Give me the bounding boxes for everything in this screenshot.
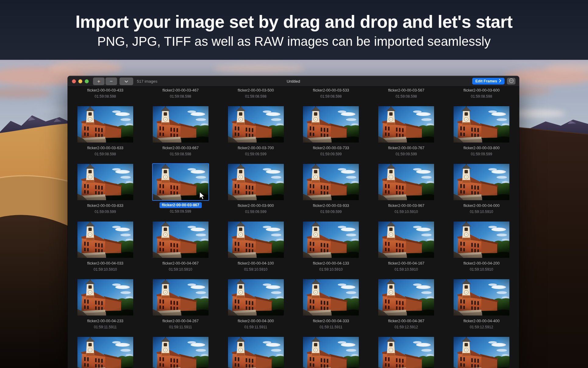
image-filename: flicker2-00-00-03-833 <box>87 203 123 208</box>
image-filename: flicker2-00-00-03-467 <box>162 88 199 93</box>
minimize-button[interactable] <box>78 79 82 83</box>
thumbnail-image[interactable] <box>454 164 509 200</box>
image-filename: flicker2-00-00-04-333 <box>313 319 349 324</box>
image-cell[interactable]: flicker2-00-00-03-433 01:59:08.598 <box>77 87 133 106</box>
image-cell[interactable]: flicker2-00-00-03-833 01:59:09.599 <box>77 164 133 222</box>
zoom-button[interactable] <box>85 79 89 83</box>
image-filename: flicker2-00-00-03-567 <box>388 88 424 93</box>
image-cell[interactable]: flicker2-00-00-03-800 01:59:09.599 <box>454 106 509 164</box>
thumbnail-image[interactable] <box>378 222 434 258</box>
thumbnail-image[interactable] <box>153 279 208 316</box>
thumbnail-image[interactable] <box>153 337 208 368</box>
thumbnail-image[interactable] <box>378 106 434 143</box>
image-cell[interactable]: flicker2-00-00-03-600 01:59:08.598 <box>454 87 509 106</box>
titlebar[interactable]: + − 517 images Untitled Edit Frames <box>68 76 519 87</box>
image-cell[interactable]: flicker2-00-00-04-000 01:59:10.5910 <box>454 164 509 222</box>
image-cell[interactable]: flicker2-00-00-04-300 01:59:11.5911 <box>228 279 284 337</box>
image-cell[interactable]: flicker2-00-00-04-400 01:59:12.5912 <box>454 279 509 337</box>
image-timestamp: 01:59:10.5910 <box>470 210 493 214</box>
image-filename: flicker2-00-00-03-733 <box>313 146 349 151</box>
image-timestamp: 01:59:09.599 <box>245 210 266 214</box>
remove-images-button[interactable]: − <box>105 78 117 85</box>
thumbnail-image[interactable] <box>228 279 284 316</box>
image-cell[interactable]: flicker2-00-00-03-633 01:59:08.598 <box>77 106 133 164</box>
thumbnail-image[interactable] <box>303 222 359 258</box>
thumbnail-image[interactable] <box>378 279 434 316</box>
image-cell[interactable]: flicker2-00-00-03-567 01:59:08.598 <box>378 87 434 106</box>
image-cell[interactable] <box>228 337 284 368</box>
thumbnail-image[interactable] <box>454 106 509 143</box>
image-timestamp: 01:59:12.5912 <box>394 325 418 329</box>
image-cell[interactable]: flicker2-00-00-03-533 01:59:08.598 <box>303 87 359 106</box>
image-cell[interactable]: flicker2-00-00-03-900 01:59:09.599 <box>228 164 284 222</box>
image-filename: flicker2-00-00-04-400 <box>463 319 500 324</box>
more-options-button[interactable] <box>507 78 515 85</box>
image-cell[interactable]: flicker2-00-00-04-233 01:59:11.5911 <box>77 279 133 337</box>
image-cell[interactable]: flicker2-00-00-03-700 01:59:09.599 <box>228 106 284 164</box>
thumbnail-image[interactable] <box>228 164 284 200</box>
image-cell[interactable]: flicker2-00-00-03-733 01:59:09.599 <box>303 106 359 164</box>
thumbnail-image[interactable] <box>153 106 208 143</box>
image-timestamp: 01:59:12.5912 <box>470 325 493 329</box>
thumbnail-image[interactable] <box>228 337 284 368</box>
thumbnail-image[interactable] <box>303 279 359 316</box>
image-cell[interactable] <box>454 337 509 368</box>
image-cell[interactable]: flicker2-00-00-04-367 01:59:12.5912 <box>378 279 434 337</box>
image-cell[interactable]: flicker2-00-00-04-200 01:59:10.5910 <box>454 222 509 279</box>
image-timestamp: 01:59:08.598 <box>320 94 342 99</box>
view-options-button[interactable] <box>119 78 133 85</box>
image-cell[interactable]: flicker2-00-00-04-033 01:59:10.5910 <box>77 222 133 279</box>
add-images-button[interactable]: + <box>93 78 105 85</box>
image-cell[interactable]: flicker2-00-00-04-167 01:59:10.5910 <box>378 222 434 279</box>
thumbnail-image[interactable] <box>77 106 133 143</box>
image-filename: flicker2-00-00-04-233 <box>87 319 123 324</box>
image-timestamp: 01:59:10.5910 <box>470 267 493 272</box>
image-cell[interactable]: flicker2-00-00-03-500 01:59:08.598 <box>228 87 284 106</box>
thumbnail-image[interactable] <box>303 337 359 368</box>
image-cell[interactable]: flicker2-00-00-04-067 01:59:10.5910 <box>153 222 208 279</box>
image-cell[interactable]: flicker2-00-00-03-933 01:59:09.599 <box>303 164 359 222</box>
thumbnail-image[interactable] <box>378 164 434 200</box>
chevron-right-icon <box>499 79 501 83</box>
close-button[interactable] <box>72 79 76 83</box>
thumbnail-image[interactable] <box>303 164 359 200</box>
chevron-down-icon <box>124 79 128 84</box>
image-cell[interactable]: flicker2-00-00-04-100 01:59:10.5910 <box>228 222 284 279</box>
thumbnail-image[interactable] <box>77 279 133 316</box>
thumbnail-image[interactable] <box>303 106 359 143</box>
thumbnail-image[interactable] <box>454 337 509 368</box>
image-timestamp: 01:59:11.5911 <box>169 325 192 329</box>
thumbnail-image[interactable] <box>454 279 509 316</box>
thumbnail-image[interactable] <box>228 222 284 258</box>
image-cell[interactable]: flicker2-00-00-03-467 01:59:08.598 <box>153 87 208 106</box>
image-filename: flicker2-00-00-04-067 <box>162 261 199 266</box>
image-cell[interactable]: flicker2-00-00-03-667 01:59:08.598 <box>153 106 208 164</box>
thumbnail-image[interactable] <box>77 222 133 258</box>
edit-frames-button[interactable]: Edit Frames <box>472 78 504 85</box>
image-cell[interactable]: flicker2-00-00-03-967 01:59:10.5910 <box>378 164 434 222</box>
image-filename: flicker2-00-00-03-867 <box>159 202 202 208</box>
thumbnail-image[interactable] <box>454 222 509 258</box>
thumbnail-image[interactable] <box>153 222 208 258</box>
image-filename: flicker2-00-00-03-500 <box>238 88 274 93</box>
image-timestamp: 01:59:09.599 <box>320 152 342 156</box>
image-cell[interactable] <box>153 337 208 368</box>
app-window: + − 517 images Untitled Edit Frames <box>68 76 519 368</box>
image-cell[interactable] <box>378 337 434 368</box>
image-cell[interactable] <box>303 337 359 368</box>
image-grid-viewport[interactable]: flicker2-00-00-03-433 01:59:08.598 <box>68 87 519 368</box>
thumbnail-image[interactable] <box>228 106 284 143</box>
thumbnail-image[interactable] <box>77 164 133 200</box>
image-cell[interactable] <box>77 337 133 368</box>
thumbnail-image[interactable] <box>378 337 434 368</box>
image-timestamp: 01:59:09.599 <box>396 152 417 156</box>
image-cell[interactable]: flicker2-00-00-04-333 01:59:11.5911 <box>303 279 359 337</box>
image-timestamp: 01:59:08.598 <box>94 152 116 156</box>
image-timestamp: 01:59:09.599 <box>245 152 266 156</box>
image-cell[interactable]: flicker2-00-00-04-133 01:59:10.5910 <box>303 222 359 279</box>
thumbnail-image[interactable] <box>77 337 133 368</box>
image-filename: flicker2-00-00-03-900 <box>238 203 274 208</box>
image-cell[interactable]: flicker2-00-00-04-267 01:59:11.5911 <box>153 279 208 337</box>
image-filename: flicker2-00-00-03-600 <box>463 88 500 93</box>
image-cell[interactable]: flicker2-00-00-03-767 01:59:09.599 <box>378 106 434 164</box>
